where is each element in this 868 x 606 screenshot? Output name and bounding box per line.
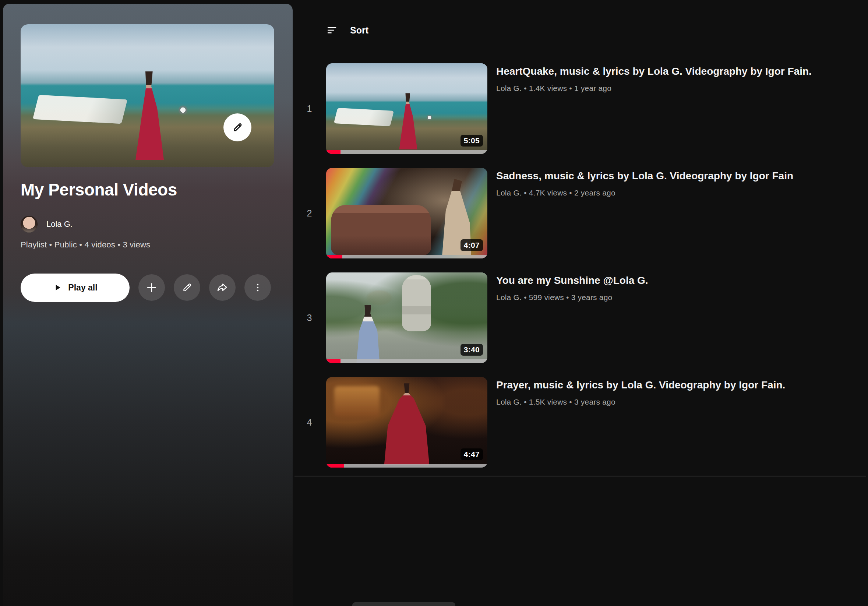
video-info: HeartQuake, music & lyrics by Lola G. Vi…	[496, 64, 812, 93]
playlist-actions: Play all	[21, 273, 271, 302]
watch-progress-fill	[326, 255, 343, 259]
video-index: 2	[293, 208, 326, 219]
video-title[interactable]: Prayer, music & lyrics by Lola G. Videog…	[496, 378, 785, 392]
owner-name: Lola G.	[46, 219, 73, 229]
video-list-area: Sort 1 5:05 HeartQuake, music & lyrics b…	[293, 0, 868, 606]
pencil-icon	[231, 121, 244, 134]
kebab-menu-icon	[252, 282, 264, 293]
watch-progress-fill	[326, 360, 341, 363]
share-arrow-icon	[216, 281, 229, 294]
video-thumbnail[interactable]: 4:07	[326, 168, 487, 259]
duration-badge: 4:07	[460, 239, 483, 251]
list-end-divider	[294, 476, 866, 476]
video-index: 3	[293, 313, 326, 323]
watch-progress-fill	[326, 464, 344, 468]
playlist-thumbnail[interactable]	[21, 24, 274, 167]
video-meta: Lola G. • 4.7K views • 2 years ago	[496, 189, 793, 197]
video-row[interactable]: 4 4:47 Prayer, music & lyrics by Lola G.…	[293, 377, 868, 468]
watch-progress-bar	[326, 360, 487, 363]
watch-progress-bar	[326, 150, 487, 154]
video-row[interactable]: 2 4:07 Sadness, music & lyrics by Lola G…	[293, 168, 868, 259]
video-thumbnail[interactable]: 4:47	[326, 377, 487, 468]
video-title[interactable]: You are my Sunshine @Lola G.	[496, 274, 648, 287]
video-info: Prayer, music & lyrics by Lola G. Videog…	[496, 377, 785, 406]
video-title[interactable]: Sadness, music & lyrics by Lola G. Video…	[496, 169, 793, 183]
playlist-page: My Personal Videos Lola G. Playlist • Pu…	[0, 0, 868, 606]
duration-badge: 5:05	[460, 135, 483, 147]
play-all-label: Play all	[68, 283, 97, 293]
sort-label: Sort	[350, 25, 369, 36]
video-title[interactable]: HeartQuake, music & lyrics by Lola G. Vi…	[496, 65, 812, 78]
video-thumbnail[interactable]: 3:40	[326, 273, 487, 363]
duration-badge: 3:40	[460, 344, 483, 356]
playlist-owner-link[interactable]: Lola G.	[21, 215, 73, 233]
edit-thumbnail-button[interactable]	[223, 113, 251, 141]
share-button[interactable]	[209, 274, 236, 301]
pencil-icon	[181, 281, 193, 294]
video-meta: Lola G. • 1.4K views • 1 year ago	[496, 84, 812, 93]
bottom-scrollbar-peek[interactable]	[352, 602, 455, 606]
video-meta: Lola G. • 599 views • 3 years ago	[496, 293, 648, 302]
video-meta: Lola G. • 1.5K views • 3 years ago	[496, 398, 785, 406]
owner-avatar	[21, 216, 37, 232]
playlist-meta: Playlist • Public • 4 videos • 3 views	[21, 240, 150, 250]
watch-progress-bar	[326, 255, 487, 259]
watch-progress-fill	[326, 150, 341, 154]
duration-badge: 4:47	[460, 448, 483, 460]
video-thumbnail[interactable]: 5:05	[326, 64, 487, 154]
watch-progress-bar	[326, 464, 487, 468]
play-all-button[interactable]: Play all	[21, 274, 130, 302]
video-row[interactable]: 1 5:05 HeartQuake, music & lyrics by Lol…	[293, 64, 868, 154]
video-index: 1	[293, 104, 326, 114]
plus-icon	[145, 281, 159, 294]
video-index: 4	[293, 417, 326, 428]
add-to-playlist-button[interactable]	[138, 274, 165, 301]
playlist-header-panel: My Personal Videos Lola G. Playlist • Pu…	[3, 4, 293, 606]
video-row[interactable]: 3 3:40 You are my Sunshine @Lola G. Lola…	[293, 273, 868, 363]
play-triangle-icon	[53, 283, 62, 292]
video-list: 1 5:05 HeartQuake, music & lyrics by Lol…	[293, 64, 868, 468]
sort-lines-icon	[326, 23, 340, 37]
edit-playlist-button[interactable]	[174, 274, 200, 301]
more-actions-button[interactable]	[245, 274, 271, 301]
playlist-thumbnail-image	[21, 24, 274, 167]
sort-button[interactable]: Sort	[326, 21, 369, 39]
video-info: Sadness, music & lyrics by Lola G. Video…	[496, 168, 793, 197]
playlist-title: My Personal Videos	[21, 180, 278, 200]
video-info: You are my Sunshine @Lola G. Lola G. • 5…	[496, 273, 648, 302]
